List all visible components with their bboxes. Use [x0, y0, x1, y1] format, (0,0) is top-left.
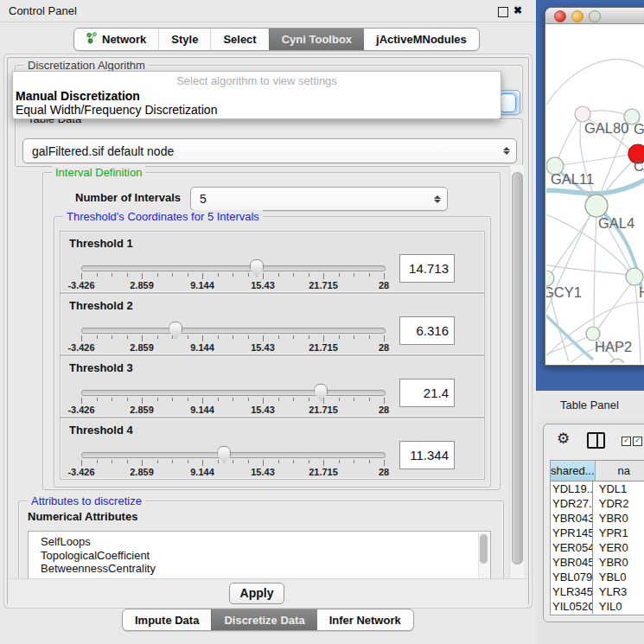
tab-discretize-data[interactable]: Discretize Data [211, 609, 316, 630]
network-node-h[interactable] [626, 268, 643, 285]
slider-tick-label: 28 [379, 280, 389, 290]
node-label: HAP2 [595, 339, 632, 354]
algorithm-dropdown-popup: Select algorithm to view settings Manual… [12, 71, 501, 119]
slider-tick-mark [188, 335, 188, 339]
dropdown-placeholder-item[interactable]: Select algorithm to view settings [13, 74, 501, 87]
table-cell: YLR3 [593, 584, 644, 599]
slider-tick-label: 2.859 [130, 342, 154, 353]
slider-tick-mark [323, 335, 324, 341]
table-cell: YER054C [551, 540, 593, 555]
table-row[interactable]: YIL052CYIL0 [551, 599, 644, 614]
threshold-value-field[interactable]: 6.316 [399, 316, 455, 345]
stepper-arrows-icon [500, 147, 513, 155]
slider-tick-label: 21.715 [309, 280, 338, 290]
network-nodes[interactable]: GAL80GACGAL11GAL4GCY1HHAP2 [546, 106, 644, 363]
table-cell: YPR145W [551, 526, 593, 540]
threshold-panel: Threshold 1-3.4262.8599.14415.4321.71528… [60, 231, 485, 293]
combo-value: 5 [191, 192, 430, 206]
slider-tick-mark [142, 398, 143, 404]
node-attribute-table[interactable]: shared... na YDL19...YDL1YDR27...YDR2YBR… [550, 460, 644, 615]
table-row[interactable]: YDR27...YDR2 [551, 496, 644, 511]
tab-network[interactable]: Network [74, 29, 158, 50]
scrollbar-thumb[interactable] [512, 172, 523, 564]
checkbox-icon[interactable]: ✓ [622, 437, 631, 446]
slider-tick-mark [172, 273, 173, 277]
tab-infer-network[interactable]: Infer Network [317, 609, 413, 630]
slider-thumb[interactable] [217, 446, 231, 463]
table-row[interactable]: YBL079WYBL0 [551, 570, 644, 584]
slider-tick-mark [278, 273, 279, 277]
list-item[interactable]: SelfLoops [29, 535, 490, 549]
network-window[interactable]: GAL80GACGAL11GAL4GCY1HHAP2 [545, 7, 644, 366]
node-label: C [634, 158, 644, 174]
tab-cyni-toolbox[interactable]: Cyni Toolbox [269, 29, 364, 50]
table-row[interactable]: YPR145WYPR1 [551, 526, 644, 540]
tab-label: Cyni Toolbox [282, 33, 352, 46]
slider-thumb[interactable] [250, 259, 264, 277]
slider-track[interactable] [81, 452, 386, 458]
close-traffic-light-icon[interactable] [554, 10, 566, 22]
list-item[interactable]: BetweennessCentrality [29, 562, 490, 576]
column-header-shared-name[interactable]: shared... [551, 461, 596, 481]
slider-tick-mark [339, 273, 340, 277]
threshold-panel: Threshold 3-3.4262.8599.14415.4321.71528… [60, 355, 485, 418]
slider-tick-mark [112, 398, 112, 401]
gear-icon[interactable]: ⚙ [557, 430, 570, 447]
slider-tick-mark [263, 398, 264, 404]
network-node[interactable] [610, 359, 624, 363]
slider-track[interactable] [81, 390, 386, 396]
zoom-traffic-light-icon[interactable] [589, 10, 601, 22]
column-header-name[interactable]: na [596, 461, 644, 481]
table-row[interactable]: YDL19...YDL1 [551, 481, 644, 496]
slider-tick-mark [157, 398, 158, 401]
slider-thumb[interactable] [169, 322, 182, 339]
network-window-titlebar[interactable] [545, 8, 644, 24]
threshold-value-field[interactable]: 14.713 [399, 254, 455, 283]
tab-jactivemnodules[interactable]: jActiveMNodules [364, 29, 479, 50]
scrollbar-thumb[interactable] [480, 534, 488, 564]
checkbox-icon[interactable]: ✓ [633, 437, 642, 446]
threshold-value-field[interactable]: 11.344 [399, 441, 455, 469]
dropdown-item-manual-discretization[interactable]: Manual Discretization [16, 89, 140, 103]
slider-tick-mark [112, 460, 112, 463]
tab-impute-data[interactable]: Impute Data [123, 609, 211, 630]
vertical-scrollbar[interactable] [509, 165, 524, 578]
threshold-label: Threshold 1 [69, 237, 133, 250]
tab-select[interactable]: Select [210, 29, 268, 50]
table-cell: YBL079W [551, 570, 593, 584]
slider-track[interactable] [81, 265, 386, 271]
slider-tick-mark [369, 335, 370, 339]
threshold-value-field[interactable]: 21.4 [399, 379, 455, 407]
slider-thumb[interactable] [314, 384, 328, 401]
slider-tick-mark [278, 460, 279, 463]
slider-track[interactable] [81, 328, 386, 334]
tab-label: Impute Data [135, 614, 199, 627]
slider-tick-mark [233, 398, 233, 401]
table-cell: YBR0 [593, 555, 644, 570]
table-row[interactable]: YBR043CYBR0 [551, 511, 644, 526]
table-row[interactable]: YBR045CYBR0 [551, 555, 644, 570]
slider-tick-mark [127, 335, 128, 339]
close-icon[interactable]: ✖ [513, 4, 522, 16]
apply-button[interactable]: Apply [229, 583, 284, 604]
numerical-attributes-list[interactable]: SelfLoopsTopologicalCoefficientBetweenne… [28, 531, 491, 578]
split-columns-icon[interactable] [587, 432, 605, 449]
minimize-traffic-light-icon[interactable] [571, 10, 583, 22]
slider-tick-mark [97, 273, 98, 277]
table-data-combobox[interactable]: galFiltered.sif default node [22, 138, 517, 163]
table-cell: YER0 [593, 540, 644, 555]
table-row[interactable]: YLR345WYLR3 [551, 584, 644, 599]
tab-style[interactable]: Style [158, 29, 210, 50]
list-item[interactable]: TopologicalCoefficient [29, 549, 490, 563]
slider-tick-label: -3.426 [67, 467, 94, 477]
slider-tick-mark [263, 335, 264, 341]
network-canvas[interactable]: GAL80GACGAL11GAL4GCY1HHAP2 [546, 24, 644, 363]
list-scrollbar[interactable] [478, 532, 489, 578]
combo-stepper-focused[interactable] [500, 93, 516, 112]
dropdown-item-equal-width-frequency[interactable]: Equal Width/Frequency Discretization [16, 103, 217, 117]
network-node-gal4[interactable] [585, 194, 608, 217]
number-of-intervals-combobox[interactable]: 5 [190, 187, 448, 211]
table-row[interactable]: YER054CYER0 [551, 540, 644, 555]
float-window-icon[interactable] [498, 7, 508, 17]
slider-tick-label: 15.43 [251, 405, 275, 415]
